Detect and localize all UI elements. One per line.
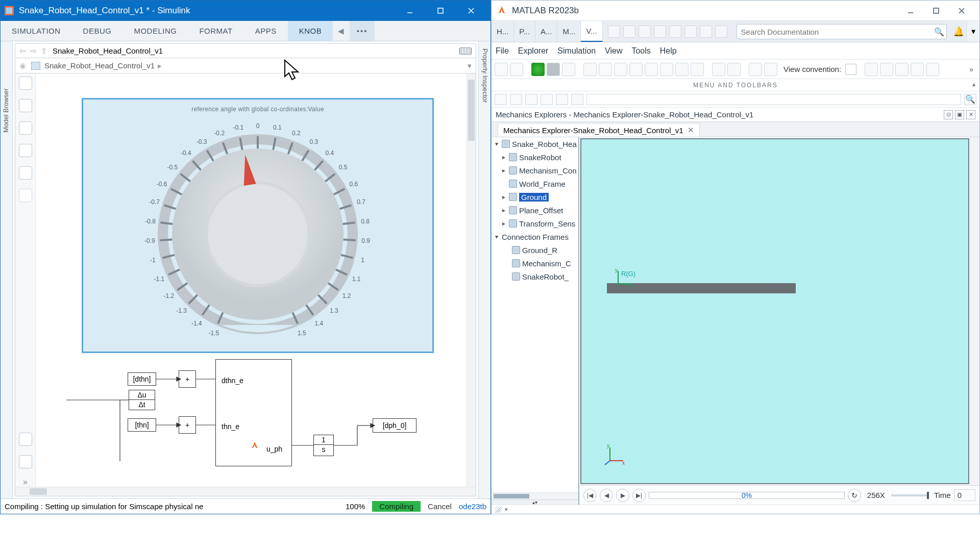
menu-view[interactable]: View xyxy=(605,46,622,56)
tb-save[interactable] xyxy=(510,63,523,76)
tree-snakerobot[interactable]: SnakeRobot xyxy=(519,153,561,162)
path-dropdown-icon[interactable]: ▾ xyxy=(468,61,472,70)
breadcrumb-text[interactable]: Snake_Robot_Head_Control_v1 xyxy=(53,46,163,55)
menu-tools[interactable]: Tools xyxy=(631,46,650,56)
search-icon[interactable]: 🔍 xyxy=(932,27,946,37)
doc-search-input[interactable] xyxy=(737,28,932,36)
tree-ground[interactable]: Ground xyxy=(519,193,549,202)
breadcrumb-nav[interactable]: ⇦⇨⇧ xyxy=(19,46,47,56)
solver-link[interactable]: ode23tb xyxy=(459,502,486,511)
ribbon-collapse[interactable]: ▾ xyxy=(966,21,979,42)
nav-folder-4[interactable] xyxy=(571,94,583,105)
tb-camera-2[interactable] xyxy=(880,63,893,76)
tree-worldframe[interactable]: World_Frame xyxy=(519,180,566,188)
tab-plots[interactable]: P... xyxy=(514,21,535,42)
nav-fwd[interactable] xyxy=(510,94,522,105)
menu-explorer[interactable]: Explorer xyxy=(518,46,549,56)
nav-folder-1[interactable] xyxy=(525,94,537,105)
tree-planeoffset[interactable]: Plane_Offset xyxy=(519,206,563,215)
qat-print[interactable] xyxy=(684,26,697,38)
simulink-canvas[interactable]: reference angle with global co-ordinates… xyxy=(36,73,467,487)
qat-paste[interactable] xyxy=(639,26,651,38)
simulink-titlebar[interactable]: Snake_Robot_Head_Control_v1 * - Simulink xyxy=(1,1,491,21)
tree-mechanism-c[interactable]: Mechanism_C xyxy=(522,259,571,268)
qat-cut[interactable] xyxy=(608,26,620,38)
nav-back[interactable] xyxy=(495,94,507,105)
tb-run[interactable] xyxy=(531,63,545,76)
tree-snakerobot-f[interactable]: SnakeRobot_ xyxy=(522,272,569,281)
menu-simulation[interactable]: Simulation xyxy=(557,46,596,56)
document-tab[interactable]: Mechanics Explorer-Snake_Robot_Head_Cont… xyxy=(498,123,700,137)
playback-next[interactable]: ▶| xyxy=(632,489,646,502)
tb-view-top[interactable] xyxy=(629,63,643,76)
tab-view[interactable]: V... xyxy=(581,21,602,42)
model-browser-rail[interactable]: Model Browser xyxy=(1,41,13,498)
tab-format[interactable]: FORMAT xyxy=(188,21,243,41)
tab-mechanics[interactable]: M... xyxy=(557,21,581,42)
nav-folder-3[interactable] xyxy=(556,94,568,105)
tree-connframes[interactable]: Connection Frames xyxy=(502,233,569,241)
address-search[interactable]: 🔍 xyxy=(964,94,976,105)
palette-tool-1[interactable] xyxy=(19,121,32,135)
tab-debug[interactable]: DEBUG xyxy=(72,21,123,41)
qat-undo[interactable] xyxy=(654,26,666,38)
tb-extra-2[interactable] xyxy=(764,63,777,76)
toolstrip-overflow[interactable]: ••• xyxy=(350,21,375,41)
tb-view-back[interactable] xyxy=(614,63,627,76)
notifications-icon[interactable]: 🔔 xyxy=(951,21,966,42)
menu-file[interactable]: File xyxy=(496,46,509,56)
dock-actions-icon[interactable]: ⊙ xyxy=(944,110,953,119)
palette-zoom[interactable] xyxy=(19,77,32,90)
canvas-horizontal-scrollbar[interactable] xyxy=(15,487,476,496)
palette-tool-2[interactable] xyxy=(19,144,32,157)
tb-extra-1[interactable] xyxy=(749,63,762,76)
playback-play[interactable]: ▶ xyxy=(616,489,629,502)
tab-apps[interactable]: A... xyxy=(535,21,558,42)
tb-view-front[interactable] xyxy=(599,63,612,76)
cancel-button[interactable]: Cancel xyxy=(428,502,452,511)
doc-search[interactable]: 🔍 xyxy=(737,24,947,39)
playback-loop[interactable]: ↻ xyxy=(848,489,861,502)
model-tree[interactable]: ▾Snake_Robot_Hea ▸SnakeRobot ▸Mechanism_… xyxy=(492,137,579,505)
model-path-bar[interactable]: ◉ Snake_Robot_Head_Control_v1 ▸ ▾ xyxy=(15,58,476,73)
playback-progress[interactable]: 0% xyxy=(649,492,845,499)
palette-tool-4[interactable] xyxy=(19,189,32,202)
tab-knob[interactable]: KNOB xyxy=(288,21,333,41)
view-vertical-scrollbar[interactable] xyxy=(970,137,979,485)
tb-camera-1[interactable] xyxy=(865,63,878,76)
tb-view-left[interactable] xyxy=(660,63,673,76)
tab-modeling[interactable]: MODELING xyxy=(122,21,188,41)
tb-camera-4[interactable] xyxy=(911,63,924,76)
maximize-button[interactable] xyxy=(425,1,456,21)
close-button[interactable] xyxy=(456,1,486,21)
menu-help[interactable]: Help xyxy=(660,46,677,56)
tree-horiz-scrollbar[interactable] xyxy=(492,492,578,499)
tb-view-bottom[interactable] xyxy=(645,63,658,76)
dock-close-icon[interactable]: ✕ xyxy=(966,110,975,119)
current-folder-path[interactable] xyxy=(586,94,961,105)
tb-split-1[interactable] xyxy=(712,63,725,76)
tb-view-right[interactable] xyxy=(675,63,689,76)
palette-bottom-1[interactable] xyxy=(19,433,32,446)
tb-zoom-box[interactable] xyxy=(583,63,597,76)
document-tab-close-icon[interactable]: ✕ xyxy=(688,126,694,135)
tb-record[interactable] xyxy=(562,63,575,76)
palette-bottom-2[interactable] xyxy=(19,455,32,468)
palette-fit[interactable] xyxy=(19,99,32,112)
tree-transformsens[interactable]: Transform_Sens xyxy=(519,219,575,228)
qat-help[interactable] xyxy=(700,26,712,38)
qat-copy[interactable] xyxy=(623,26,635,38)
dock-popout-icon[interactable]: ▣ xyxy=(955,110,964,119)
playback-first[interactable]: |◀ xyxy=(583,489,597,502)
toolbar-overflow[interactable]: » xyxy=(966,65,976,73)
close-button[interactable] xyxy=(949,1,974,21)
tb-camera-3[interactable] xyxy=(895,63,909,76)
tree-ground-r[interactable]: Ground_R xyxy=(522,246,557,255)
tree-root[interactable]: Snake_Robot_Hea xyxy=(512,140,577,148)
canvas-vertical-scrollbar[interactable] xyxy=(467,73,476,487)
nav-folder-2[interactable] xyxy=(541,94,553,105)
mechanics-3d-view[interactable]: R(G) y x y x xyxy=(580,138,969,484)
qat-community[interactable] xyxy=(715,26,727,38)
keyboard-icon[interactable] xyxy=(459,47,472,55)
tb-stop[interactable] xyxy=(547,63,560,76)
